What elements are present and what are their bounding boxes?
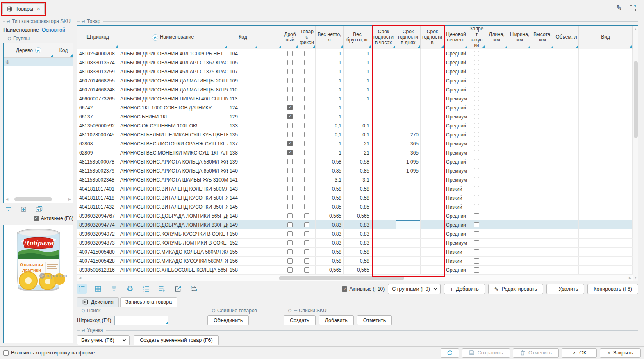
cell-length[interactable] bbox=[485, 193, 508, 202]
cell-kind[interactable] bbox=[579, 248, 633, 256]
add-to-list-icon[interactable] bbox=[157, 284, 167, 294]
copy-button[interactable]: Копировать (F6) bbox=[587, 284, 638, 294]
cell-height[interactable] bbox=[531, 121, 554, 130]
cell-length[interactable] bbox=[485, 112, 508, 121]
cell-barcode[interactable]: 62808 bbox=[77, 139, 118, 148]
cell-height[interactable] bbox=[531, 112, 554, 121]
table-row[interactable]: 8938501612816АНАНАСЫ КОНС.ХЛЕБОСОЛЬЕ КОЛ… bbox=[77, 266, 633, 275]
cell-kind[interactable] bbox=[579, 121, 633, 130]
cell-barcode[interactable]: 66742 bbox=[77, 103, 118, 112]
fractional-checkbox[interactable] bbox=[287, 114, 293, 119]
ok-button[interactable]: ✓ ОК bbox=[562, 348, 597, 358]
cell-volume[interactable] bbox=[554, 139, 579, 148]
cell-spacer[interactable] bbox=[258, 193, 282, 202]
cell-days[interactable] bbox=[396, 121, 421, 130]
column-header-fixed[interactable]: Товар с фикси bbox=[298, 26, 316, 49]
cell-name[interactable]: АНАНАСЫ КОНС.ВИТАЛЕНД КУСОЧКИ 850Г Ж/Б bbox=[118, 202, 228, 211]
fixed-checkbox[interactable] bbox=[304, 186, 309, 191]
cell-code[interactable]: 133 bbox=[228, 121, 258, 130]
focused-cell[interactable] bbox=[396, 220, 421, 229]
fixed-checkbox[interactable] bbox=[304, 114, 309, 119]
cell-hours[interactable] bbox=[371, 202, 396, 211]
cell-spacer[interactable] bbox=[258, 139, 282, 148]
cell-hours[interactable] bbox=[371, 211, 396, 220]
cell-gross[interactable]: 0,58 bbox=[344, 193, 371, 202]
fractional-checkbox[interactable] bbox=[287, 222, 293, 227]
cell-ban[interactable] bbox=[468, 112, 485, 121]
cell-fractional[interactable] bbox=[282, 139, 298, 148]
cell-net[interactable]: 0,83 bbox=[316, 229, 344, 238]
fractional-checkbox[interactable] bbox=[287, 105, 293, 110]
cell-height[interactable] bbox=[531, 266, 554, 274]
cell-shelf3[interactable] bbox=[421, 229, 444, 238]
cell-shelf3[interactable] bbox=[421, 67, 444, 76]
cell-barcode[interactable]: 4607014668248 bbox=[77, 85, 118, 94]
add-group-icon[interactable] bbox=[20, 206, 27, 213]
cell-days[interactable]: 365 bbox=[396, 148, 421, 157]
table-row[interactable]: 4660000773265АЛЬБОМ Д/РИСОВАНИЯ ПИРАТЫ 4… bbox=[77, 94, 633, 103]
cell-net[interactable]: 0,83 bbox=[316, 220, 344, 229]
cell-height[interactable] bbox=[531, 49, 554, 58]
cell-spacer[interactable] bbox=[258, 76, 282, 85]
cell-height[interactable] bbox=[531, 257, 554, 265]
cell-days[interactable] bbox=[396, 58, 421, 67]
cell-segment[interactable]: Средний bbox=[444, 220, 468, 229]
cell-volume[interactable] bbox=[554, 248, 579, 256]
merge-button[interactable]: Объединить bbox=[207, 315, 249, 325]
cell-kind[interactable] bbox=[579, 202, 633, 211]
cell-net[interactable]: 1 bbox=[316, 85, 344, 94]
column-header-kind[interactable]: Вид bbox=[579, 26, 633, 49]
collapse-icon[interactable]: ⊖ bbox=[212, 308, 216, 314]
fixed-checkbox[interactable] bbox=[304, 231, 309, 236]
cell-net[interactable]: 0,58 bbox=[316, 193, 344, 202]
cell-name[interactable]: АНАНАСЫ ВЕС.МОНЕТКИ МИКС СУШ 1КГ АЛВС bbox=[118, 148, 228, 157]
ban-checkbox[interactable] bbox=[474, 132, 479, 137]
cell-days[interactable] bbox=[396, 76, 421, 85]
ban-checkbox[interactable] bbox=[474, 150, 479, 155]
cell-gross[interactable]: 1 bbox=[344, 76, 371, 85]
fractional-checkbox[interactable] bbox=[287, 96, 293, 101]
cell-barcode[interactable]: 8936032094972 bbox=[77, 229, 118, 238]
cell-hours[interactable] bbox=[371, 121, 396, 130]
cell-segment[interactable]: Премиум bbox=[444, 239, 468, 247]
cell-ban[interactable] bbox=[468, 121, 485, 130]
fixed-checkbox[interactable] bbox=[304, 204, 309, 209]
fractional-checkbox[interactable] bbox=[287, 195, 293, 200]
cell-fixed[interactable] bbox=[298, 266, 316, 274]
cell-fractional[interactable] bbox=[282, 157, 298, 166]
cell-hours[interactable] bbox=[371, 157, 396, 166]
cell-height[interactable] bbox=[531, 202, 554, 211]
fixed-checkbox[interactable] bbox=[304, 87, 309, 92]
column-header-days[interactable]: Срок годности в днях bbox=[396, 26, 421, 49]
fractional-checkbox[interactable] bbox=[287, 177, 293, 182]
scroll-left-icon[interactable]: ◀ bbox=[5, 198, 9, 201]
cell-length[interactable] bbox=[485, 58, 508, 67]
cell-barcode[interactable]: 4041811017418 bbox=[77, 193, 118, 202]
table-row[interactable]: 4810833013759АЛЬБОМ Д/РИСОВАНИЯ 45Л АРТ.… bbox=[77, 67, 633, 76]
cell-ban[interactable] bbox=[468, 148, 485, 157]
cell-ban[interactable] bbox=[468, 266, 485, 274]
cell-fractional[interactable] bbox=[282, 248, 298, 256]
fixed-checkbox[interactable] bbox=[304, 240, 309, 245]
cell-net[interactable]: 1 bbox=[316, 49, 344, 58]
table-row[interactable]: 4811535002348АНАНАСЫ КОНС.АРИСТА ШАЙБЫ Ж… bbox=[77, 175, 633, 184]
cell-spacer[interactable] bbox=[258, 49, 282, 58]
cell-kind[interactable] bbox=[579, 239, 633, 247]
cancel-button[interactable]: Отменить bbox=[513, 348, 559, 358]
cell-fractional[interactable] bbox=[282, 266, 298, 274]
cell-ban[interactable] bbox=[468, 94, 485, 103]
cell-fixed[interactable] bbox=[298, 121, 316, 130]
cell-fixed[interactable] bbox=[298, 202, 316, 211]
cell-height[interactable] bbox=[531, 139, 554, 148]
cell-spacer[interactable] bbox=[258, 166, 282, 175]
tree-horizontal-scrollbar[interactable]: ◀ ▶ bbox=[5, 196, 72, 202]
cell-barcode[interactable]: 4041811017432 bbox=[77, 202, 118, 211]
table-row[interactable]: 4607014668248АЛЬБОМ Д/РИСОВАНИЯ ДАЛМАТИН… bbox=[77, 85, 633, 94]
cell-days[interactable] bbox=[396, 266, 421, 274]
cell-days[interactable]: 1 095 bbox=[396, 166, 421, 175]
cell-spacer[interactable] bbox=[258, 175, 282, 184]
cell-kind[interactable] bbox=[579, 85, 633, 94]
cell-barcode[interactable]: 66137 bbox=[77, 112, 118, 121]
cell-net[interactable]: 1 bbox=[316, 58, 344, 67]
cell-shelf3[interactable] bbox=[421, 166, 444, 175]
